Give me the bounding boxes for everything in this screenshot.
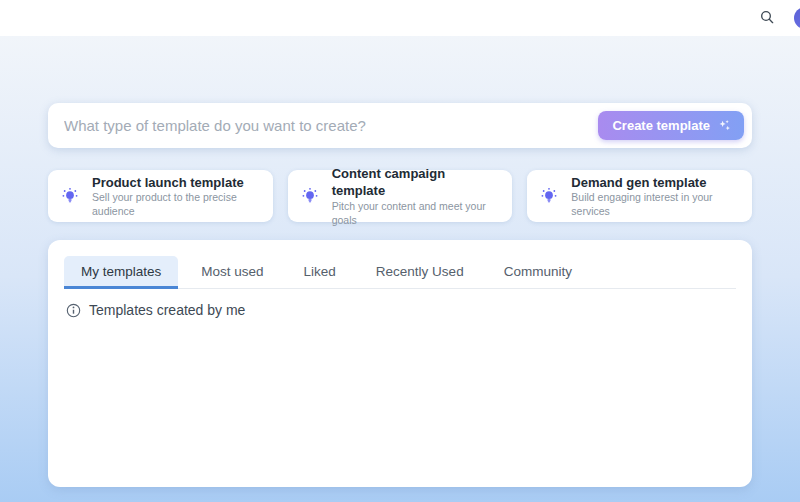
templates-panel: My templates Most used Liked Recently Us…	[48, 240, 752, 487]
template-prompt-bar: Create template	[48, 103, 752, 148]
create-template-button[interactable]: Create template	[598, 111, 744, 140]
app-page: Create template	[0, 0, 800, 502]
empty-state-row: Templates created by me	[66, 302, 736, 318]
info-icon	[66, 303, 81, 318]
top-bar	[0, 0, 800, 36]
card-content-campaign-template[interactable]: Content campaign template Pitch your con…	[288, 170, 513, 222]
tab-most-used[interactable]: Most used	[184, 256, 280, 289]
tab-liked[interactable]: Liked	[287, 256, 353, 289]
card-subtitle: Sell your product to the precise audienc…	[92, 191, 261, 218]
tab-my-templates[interactable]: My templates	[64, 256, 178, 289]
tab-recently-used[interactable]: Recently Used	[359, 256, 481, 289]
card-title: Demand gen template	[571, 174, 740, 192]
empty-state-label: Templates created by me	[89, 302, 245, 318]
card-text: Content campaign template Pitch your con…	[332, 165, 501, 227]
card-text: Product launch template Sell your produc…	[92, 174, 261, 219]
card-product-launch-template[interactable]: Product launch template Sell your produc…	[48, 170, 273, 222]
card-demand-gen-template[interactable]: Demand gen template Build engaging inter…	[527, 170, 752, 222]
lightbulb-icon	[300, 186, 320, 206]
suggestion-cards-row: Product launch template Sell your produc…	[48, 170, 752, 222]
card-subtitle: Build engaging interest in your services	[571, 191, 740, 218]
create-template-label: Create template	[612, 118, 710, 133]
lightbulb-icon	[60, 186, 80, 206]
tab-community[interactable]: Community	[487, 256, 589, 289]
card-subtitle: Pitch your content and meet your goals	[332, 200, 501, 227]
card-title: Content campaign template	[332, 165, 501, 200]
templates-tabs: My templates Most used Liked Recently Us…	[64, 256, 736, 289]
template-prompt-input[interactable]	[48, 103, 598, 148]
avatar[interactable]	[794, 7, 800, 29]
search-icon[interactable]	[756, 7, 778, 29]
card-text: Demand gen template Build engaging inter…	[571, 174, 740, 219]
card-title: Product launch template	[92, 174, 261, 192]
lightbulb-icon	[539, 186, 559, 206]
sparkles-icon	[717, 118, 732, 133]
